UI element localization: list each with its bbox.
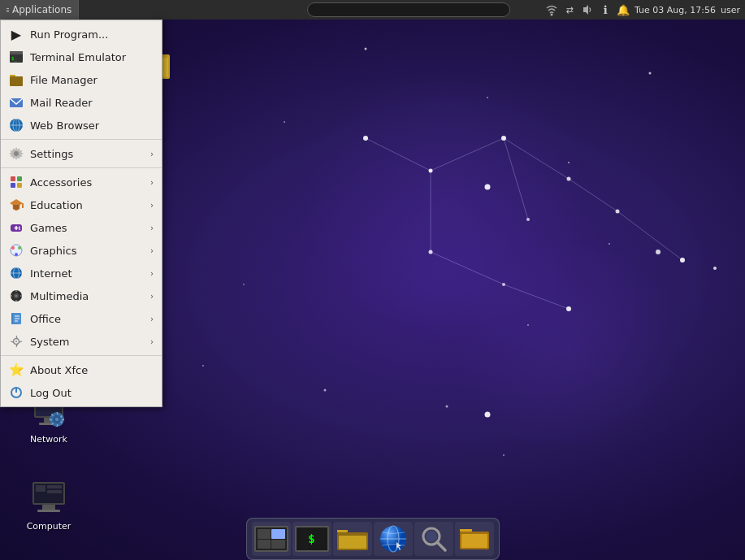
svg-rect-49	[11, 176, 15, 181]
games-arrow: ›	[150, 224, 154, 232]
svg-point-7	[713, 267, 717, 270]
svg-point-23	[363, 136, 368, 141]
log-out-label: Log Out	[30, 387, 71, 399]
svg-point-69	[15, 295, 17, 297]
svg-rect-51	[11, 183, 15, 188]
menu-item-mail[interactable]: Mail Reader	[1, 91, 162, 114]
svg-line-115	[437, 542, 445, 550]
menu-item-accessories[interactable]: Accessories ›	[1, 171, 162, 193]
svg-point-33	[566, 306, 571, 311]
svg-point-98	[55, 418, 58, 421]
file-manager-taskbar-icon	[336, 526, 370, 552]
internet-icon	[9, 266, 24, 280]
mail-icon	[9, 95, 24, 110]
menu-item-internet[interactable]: Internet ›	[1, 262, 162, 284]
menu-item-multimedia[interactable]: Multimedia ›	[1, 284, 162, 307]
svg-point-4	[568, 162, 570, 163]
datetime-display[interactable]: Tue 03 Aug, 17:56	[635, 5, 716, 15]
web-browser-icon	[9, 118, 24, 132]
svg-rect-50	[17, 176, 22, 181]
menu-item-web-browser[interactable]: Web Browser	[1, 114, 162, 137]
menu-item-office[interactable]: Office ›	[1, 307, 162, 330]
svg-line-17	[569, 179, 617, 211]
svg-rect-101	[42, 505, 55, 510]
games-icon	[9, 220, 24, 235]
svg-rect-104	[47, 485, 62, 488]
svg-rect-102	[37, 510, 60, 512]
folder-taskbar-icon	[458, 525, 491, 553]
internet-label: Internet	[30, 267, 72, 280]
menu-item-terminal[interactable]: $_ Terminal Emulator	[1, 46, 162, 68]
menu-item-education[interactable]: Education ›	[1, 193, 162, 216]
svg-rect-52	[17, 183, 22, 188]
menu-item-run-program[interactable]: ▶ Run Program...	[1, 23, 162, 46]
svg-line-20	[431, 252, 504, 284]
menu-item-settings[interactable]: Settings ›	[1, 142, 162, 165]
run-program-label: Run Program...	[30, 28, 108, 41]
svg-point-35	[656, 250, 661, 254]
magnifier-taskbar-button[interactable]	[414, 522, 453, 556]
graphics-arrow: ›	[150, 246, 154, 255]
graphics-icon	[9, 243, 24, 258]
svg-point-31	[429, 250, 433, 254]
menu-item-system[interactable]: System ›	[1, 330, 162, 353]
magnifier-taskbar-icon	[419, 524, 448, 553]
system-label: System	[30, 336, 69, 348]
applications-menu: ▶ Run Program... $_ Terminal Emulator Fi…	[0, 20, 162, 407]
file-manager-taskbar-button[interactable]	[333, 522, 372, 556]
network-toggle-icon[interactable]	[545, 3, 558, 16]
office-label: Office	[30, 313, 61, 325]
svg-rect-118	[461, 534, 487, 548]
svg-rect-107	[337, 530, 348, 532]
office-arrow: ›	[150, 315, 154, 323]
svg-rect-41	[10, 76, 23, 86]
svg-point-1	[284, 121, 285, 123]
info-icon[interactable]: ℹ	[599, 3, 612, 16]
svg-point-114	[426, 531, 437, 542]
svg-point-62	[18, 246, 21, 250]
svg-line-18	[617, 211, 682, 260]
system-icon	[9, 334, 24, 349]
terminal-taskbar-button[interactable]: $	[292, 522, 331, 556]
system-arrow: ›	[150, 337, 154, 346]
settings-arrow: ›	[150, 150, 154, 158]
terminal-taskbar-icon: $	[295, 526, 329, 552]
accessories-label: Accessories	[30, 176, 92, 189]
applications-menu-button[interactable]: Applications	[0, 0, 79, 20]
svg-point-3	[487, 97, 488, 98]
menu-separator-2	[1, 167, 162, 168]
notifications-icon[interactable]: 🔔	[617, 3, 630, 16]
svg-point-8	[527, 324, 529, 326]
search-input[interactable]	[307, 2, 510, 17]
accessories-arrow: ›	[150, 178, 154, 187]
svg-point-25	[501, 136, 506, 141]
office-icon	[9, 311, 24, 326]
folder-taskbar-button[interactable]	[455, 522, 494, 556]
multimedia-icon	[9, 289, 24, 303]
svg-point-11	[324, 389, 327, 392]
workspace-switcher-button[interactable]	[252, 522, 291, 556]
computer-icon	[29, 479, 68, 518]
svg-point-32	[502, 283, 505, 286]
desktop-icon-computer[interactable]: Computer	[16, 475, 81, 535]
accessories-icon	[9, 175, 24, 189]
internet-arrow: ›	[150, 269, 154, 278]
svg-line-15	[431, 138, 504, 171]
terminal-label: Terminal Emulator	[30, 51, 126, 63]
menu-item-log-out[interactable]: Log Out	[1, 381, 162, 404]
user-label[interactable]: user	[721, 5, 740, 15]
menu-item-games[interactable]: Games ›	[1, 216, 162, 239]
network-arrows-icon[interactable]: ⇄	[563, 3, 576, 16]
menu-item-about-xfce[interactable]: ⭐ About Xfce	[1, 358, 162, 381]
svg-point-28	[616, 210, 620, 214]
multimedia-label: Multimedia	[30, 290, 89, 302]
menu-item-file-manager[interactable]: File Manager	[1, 68, 162, 91]
run-program-icon: ▶	[9, 27, 24, 41]
education-arrow: ›	[150, 201, 154, 210]
svg-rect-117	[460, 529, 472, 532]
browser-taskbar-button[interactable]	[374, 522, 413, 556]
volume-icon[interactable]	[581, 3, 594, 16]
mail-label: Mail Reader	[30, 97, 93, 109]
menu-item-graphics[interactable]: Graphics ›	[1, 239, 162, 262]
svg-point-26	[485, 184, 491, 190]
